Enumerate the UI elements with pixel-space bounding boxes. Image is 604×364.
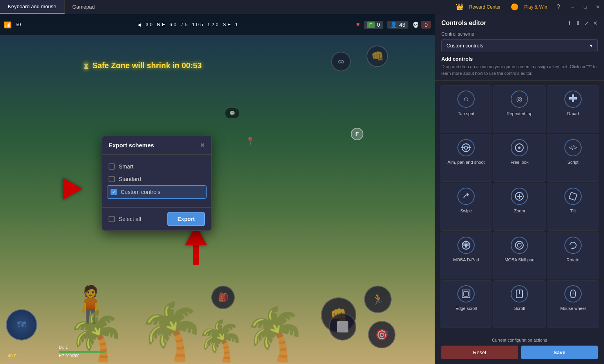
- arrow-up-indicator: [185, 226, 207, 265]
- control-repeated-tap[interactable]: ◎ Repeated tap: [493, 85, 546, 133]
- window-controls: – □ ✕: [566, 0, 604, 14]
- panel-header: Controls editor ⬆ ⬇ ↗ ✕ Control scheme C…: [435, 14, 604, 81]
- standard-checkbox[interactable]: [109, 176, 115, 182]
- scheme-dropdown[interactable]: Custom controls ▾: [441, 39, 598, 52]
- title-bar: Keyboard and mouse Gamepad 👑 Reward Cent…: [0, 0, 604, 14]
- select-all-checkbox[interactable]: [109, 216, 115, 222]
- aim-pan-shoot-label: Aim, pan and shoot: [448, 159, 485, 165]
- tap-spot-label: Tap spot: [458, 111, 474, 116]
- wifi-icon: 📶: [4, 21, 12, 29]
- panel-footer: Current configuration actions Reset Save: [435, 333, 604, 364]
- player-icon: 👤: [390, 22, 397, 28]
- controls-grid: ○ Tap spot ◎ Repeated tap D-pad: [435, 81, 604, 333]
- dpad-icon: [564, 91, 582, 108]
- hud-kills: 💀 0: [412, 21, 431, 29]
- minimap: 🗺: [6, 309, 37, 340]
- zoom-label: Zoom: [514, 208, 525, 214]
- tab-gamepad[interactable]: Gamepad: [65, 0, 103, 14]
- maximize-button[interactable]: □: [579, 0, 591, 14]
- crown-icon: 👑: [456, 3, 464, 11]
- control-script[interactable]: </> Script: [547, 134, 599, 182]
- control-zoom[interactable]: Zoom: [493, 183, 546, 230]
- svg-point-7: [518, 147, 521, 149]
- tilt-icon: [564, 188, 582, 205]
- smart-option-row[interactable]: Smart: [109, 160, 205, 173]
- standard-option-row[interactable]: Standard: [109, 173, 205, 185]
- add-controls-desc: Drag and drop an action on your game scr…: [441, 63, 598, 76]
- scroll-label: Scroll: [514, 306, 525, 311]
- hud-gold: F 0: [364, 21, 383, 29]
- zoom-icon: [511, 188, 528, 205]
- game-area: 📶 50 ◀ 30 NE 60 75 105 120 SE 1 ♥ F 0 👤 …: [0, 14, 435, 364]
- moba-skill-pad-label: MOBA Skill pad: [504, 257, 534, 263]
- control-swipe[interactable]: Swipe: [440, 183, 492, 230]
- infinity-button[interactable]: ∞: [331, 52, 351, 71]
- controls-panel: Controls editor ⬆ ⬇ ↗ ✕ Control scheme C…: [435, 14, 604, 364]
- config-actions-label: Current configuration actions: [441, 338, 598, 342]
- svg-point-15: [517, 243, 521, 247]
- arrow-right-indicator: [63, 178, 82, 200]
- hud-top-bar: 📶 50 ◀ 30 NE 60 75 105 120 SE 1 ♥ F 0 👤 …: [0, 14, 435, 35]
- minimize-button[interactable]: –: [566, 0, 579, 14]
- upload-icon[interactable]: ⬆: [567, 20, 572, 26]
- tree-far: 🌴: [243, 304, 307, 364]
- chat-bubble: 💬: [225, 108, 239, 118]
- reset-button[interactable]: Reset: [441, 346, 518, 359]
- export-icon[interactable]: ↗: [584, 20, 589, 26]
- tree-right: 🌴: [196, 318, 245, 364]
- f-waypoint-marker: F: [351, 128, 363, 140]
- control-moba-skill-pad[interactable]: MOBA Skill pad: [493, 232, 546, 279]
- inventory-button[interactable]: 🎒: [211, 286, 235, 309]
- free-look-label: Free look: [511, 159, 529, 165]
- add-controls-title: Add controls: [441, 56, 598, 62]
- dialog-close-button[interactable]: ✕: [200, 141, 205, 149]
- hud-health: ♥: [356, 21, 360, 28]
- panel-close-icon[interactable]: ✕: [593, 20, 598, 26]
- script-label: Script: [568, 159, 579, 165]
- scroll-icon: [511, 285, 528, 302]
- rotate-label: Rotate: [567, 257, 579, 263]
- aim-icon: [457, 139, 475, 156]
- svg-rect-16: [462, 290, 470, 298]
- close-button[interactable]: ✕: [591, 0, 604, 14]
- smart-checkbox[interactable]: [109, 163, 115, 170]
- help-icon[interactable]: ?: [557, 4, 560, 11]
- gold-icon: F: [367, 22, 375, 28]
- dpad-label: D-pad: [567, 111, 579, 116]
- save-button[interactable]: Save: [521, 346, 598, 359]
- dropdown-chevron-icon: ▾: [590, 43, 593, 49]
- custom-controls-checkbox[interactable]: [111, 189, 117, 195]
- download-icon[interactable]: ⬇: [576, 20, 580, 26]
- dialog-body: Smart Standard Custom controls: [102, 155, 211, 204]
- export-button[interactable]: Export: [167, 212, 205, 226]
- svg-point-14: [515, 241, 523, 249]
- control-scroll[interactable]: Scroll: [493, 280, 546, 328]
- control-mouse-wheel[interactable]: Mouse wheel: [547, 280, 599, 328]
- select-all-row[interactable]: Select all: [109, 216, 141, 222]
- control-moba-dpad[interactable]: MOBA D-Pad: [440, 232, 492, 279]
- hud-player: 👤 43: [387, 21, 409, 29]
- rotate-icon: [564, 237, 582, 254]
- prone-button[interactable]: 🎯: [368, 321, 395, 348]
- control-free-look[interactable]: Free look: [493, 134, 546, 182]
- skill-button[interactable]: 🏃: [364, 286, 392, 313]
- control-dpad[interactable]: D-pad: [547, 85, 599, 133]
- scheme-label: Control scheme: [441, 31, 598, 37]
- control-tap-spot[interactable]: ○ Tap spot: [440, 85, 492, 133]
- hourglass-icon: ⏳: [82, 63, 90, 69]
- reward-center-link[interactable]: Reward Center: [469, 4, 501, 10]
- free-look-icon: [511, 139, 528, 156]
- play-win-link[interactable]: Play & Win: [524, 4, 547, 10]
- control-rotate[interactable]: Rotate: [547, 232, 599, 279]
- fist-button[interactable]: 👊: [366, 45, 388, 67]
- custom-controls-option-row[interactable]: Custom controls: [107, 185, 207, 199]
- control-aim-pan-shoot[interactable]: Aim, pan and shoot: [440, 134, 492, 182]
- temp-display: 40 F: [8, 353, 16, 358]
- control-tilt[interactable]: Tilt: [547, 183, 599, 230]
- jump-button[interactable]: ⬜: [329, 313, 356, 340]
- repeated-tap-label: Repeated tap: [506, 111, 532, 116]
- control-edge-scroll[interactable]: Edge scroll: [440, 280, 492, 328]
- kills-value: 0: [421, 21, 431, 29]
- tab-keyboard[interactable]: Keyboard and mouse: [0, 0, 65, 14]
- swipe-label: Swipe: [460, 208, 472, 214]
